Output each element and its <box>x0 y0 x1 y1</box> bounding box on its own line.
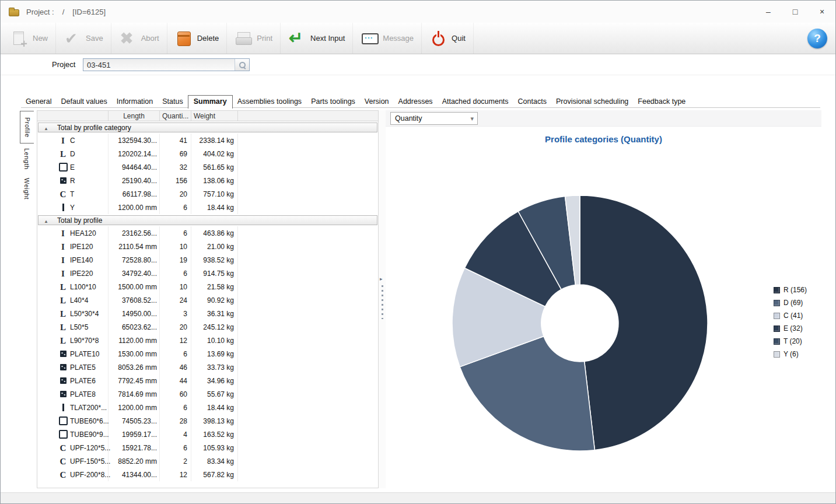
table-row[interactable]: Y 1200.00 mm 6 18.44 kg <box>37 201 378 214</box>
column-header-weight[interactable]: Weight <box>191 111 238 121</box>
tab-contacts[interactable]: Contacts <box>513 96 551 108</box>
minimize-button[interactable]: – <box>755 1 782 23</box>
project-input[interactable]: 03-451 <box>83 58 250 71</box>
cell-profile: L40*4 <box>37 293 109 307</box>
table-row[interactable]: IPE220 34792.40... 6 914.75 kg <box>37 267 378 280</box>
cell-profile: D <box>37 147 109 160</box>
next-input-button[interactable]: Next Input <box>281 23 353 54</box>
cell-quantity: 6 <box>160 201 191 214</box>
table-row[interactable]: L50*30*4 14950.00... 3 36.31 kg <box>37 307 378 320</box>
measure-dropdown[interactable]: Quantity <box>390 112 478 125</box>
side-tab-profile[interactable]: Profile <box>20 111 34 144</box>
table-row[interactable]: PLATE8 7814.69 mm 60 55.67 kg <box>37 387 378 401</box>
cell-weight: 398.13 kg <box>191 414 238 428</box>
table-row[interactable]: D 120202.14... 69 404.02 kg <box>37 147 378 160</box>
group-header-row[interactable]: Total by profile category <box>38 123 377 132</box>
side-tab-weight[interactable]: Weight <box>20 174 34 204</box>
side-tab-length[interactable]: Length <box>20 144 34 174</box>
legend-item-c: C (41) <box>774 312 807 320</box>
legend-marker <box>774 351 780 358</box>
window-title-separator: / <box>62 8 65 16</box>
close-button[interactable]: × <box>809 1 835 23</box>
table-row[interactable]: PLATE6 7792.45 mm 44 34.96 kg <box>37 374 378 387</box>
cell-empty <box>238 267 378 280</box>
cell-quantity: 6 <box>160 347 191 360</box>
tab-provisional-scheduling[interactable]: Provisional scheduling <box>551 96 633 108</box>
cell-empty <box>238 134 378 147</box>
profile-name: UPF-120*5... <box>70 444 110 452</box>
quit-icon <box>429 30 447 47</box>
panel-splitter[interactable] <box>379 110 386 488</box>
cell-quantity: 19 <box>160 253 191 267</box>
table-row[interactable]: R 25190.40... 156 138.06 kg <box>37 174 378 187</box>
table-row[interactable]: L50*5 65023.62... 20 245.12 kg <box>37 320 378 334</box>
cell-profile: IPE120 <box>37 240 109 253</box>
tab-feedback-type[interactable]: Feedback type <box>633 96 690 108</box>
tab-general[interactable]: General <box>21 96 56 108</box>
print-button[interactable]: Print <box>227 23 281 54</box>
splitter-grip[interactable] <box>382 285 383 319</box>
cell-weight: 10.10 kg <box>191 334 238 347</box>
table-row[interactable]: UPF-200*8... 41344.00... 12 567.82 kg <box>37 468 378 481</box>
tab-status[interactable]: Status <box>158 96 187 108</box>
save-button[interactable]: Save <box>56 23 111 54</box>
table-row[interactable]: C 132594.30... 41 2338.14 kg <box>37 134 378 147</box>
table-row[interactable]: T 66117.98... 20 757.10 kg <box>37 187 378 201</box>
column-header-name[interactable] <box>37 111 109 121</box>
cell-profile: C <box>37 134 109 147</box>
collapse-icon[interactable] <box>42 124 50 132</box>
ibeam-profile-icon <box>58 242 68 251</box>
table-row[interactable]: L40*4 37608.52... 24 90.92 kg <box>37 293 378 307</box>
group-header-row[interactable]: Total by profile <box>38 215 377 225</box>
quit-button[interactable]: Quit <box>422 23 474 54</box>
table-row[interactable]: IPE140 72528.80... 19 938.52 kg <box>37 253 378 267</box>
cell-length: 14950.00... <box>109 307 160 320</box>
new-button[interactable]: New <box>3 23 56 54</box>
profile-name: UPF-150*5... <box>70 457 110 466</box>
table-row[interactable]: L100*10 1500.00 mm 10 21.58 kg <box>37 280 378 293</box>
tab-summary[interactable]: Summary <box>188 95 233 108</box>
legend-item-t: T (20) <box>774 337 807 345</box>
tab-parts-toolings[interactable]: Parts toolings <box>306 96 360 108</box>
cell-quantity: 69 <box>160 147 191 160</box>
search-button[interactable] <box>235 59 249 71</box>
help-button[interactable]: ? <box>807 29 827 48</box>
table-row[interactable]: UPF-120*5... 15921.78... 6 105.93 kg <box>37 441 378 454</box>
profile-name: T <box>70 190 74 198</box>
table-row[interactable]: IPE120 2110.54 mm 10 21.00 kg <box>37 240 378 253</box>
table-row[interactable]: TUBE60*6... 74505.23... 28 398.13 kg <box>37 414 378 428</box>
abort-button[interactable]: Abort <box>111 23 167 54</box>
collapse-icon[interactable] <box>42 216 50 225</box>
channel-profile-icon <box>58 443 68 453</box>
table-row[interactable]: PLATE10 1530.00 mm 6 13.69 kg <box>37 347 378 360</box>
table-row[interactable]: TUBE90*9... 19959.17... 4 163.52 kg <box>37 428 378 441</box>
cell-length: 7814.69 mm <box>109 387 160 401</box>
chevron-down-icon <box>470 115 477 123</box>
table-row[interactable]: UPF-150*5... 8852.20 mm 2 83.34 kg <box>37 454 378 468</box>
maximize-button[interactable]: □ <box>782 1 809 23</box>
table-row[interactable]: E 94464.40... 32 561.65 kg <box>37 160 378 174</box>
tab-information[interactable]: Information <box>112 96 158 108</box>
cell-length: 34792.40... <box>109 267 160 280</box>
toolbar-button-label: Quit <box>452 34 466 43</box>
cell-empty <box>238 293 378 307</box>
profile-name: TUBE90*9... <box>70 430 109 439</box>
legend-marker <box>774 287 780 293</box>
tab-default-values[interactable]: Default values <box>56 96 111 108</box>
tab-attached-documents[interactable]: Attached documents <box>438 96 513 108</box>
message-button[interactable]: Message <box>353 23 422 54</box>
table-row[interactable]: HEA120 23162.56... 6 463.86 kg <box>37 226 378 240</box>
tab-assemblies-toolings[interactable]: Assemblies toolings <box>233 96 306 108</box>
column-header-length[interactable]: Length <box>109 111 160 121</box>
tab-version[interactable]: Version <box>360 96 394 108</box>
cell-empty <box>238 454 378 468</box>
delete-button[interactable]: Delete <box>167 23 228 54</box>
table-row[interactable]: L90*70*8 1120.00 mm 12 10.10 kg <box>37 334 378 347</box>
splitter-collapse-icon[interactable] <box>380 276 383 282</box>
tab-addresses[interactable]: Addresses <box>394 96 438 108</box>
table-row[interactable]: TLAT200*... 1200.00 mm 6 18.44 kg <box>37 401 378 414</box>
plate-profile-icon <box>58 363 68 372</box>
cell-empty <box>238 334 378 347</box>
column-header-quantity[interactable]: Quanti... <box>160 111 191 121</box>
table-row[interactable]: PLATE5 8053.26 mm 46 33.73 kg <box>37 360 378 374</box>
